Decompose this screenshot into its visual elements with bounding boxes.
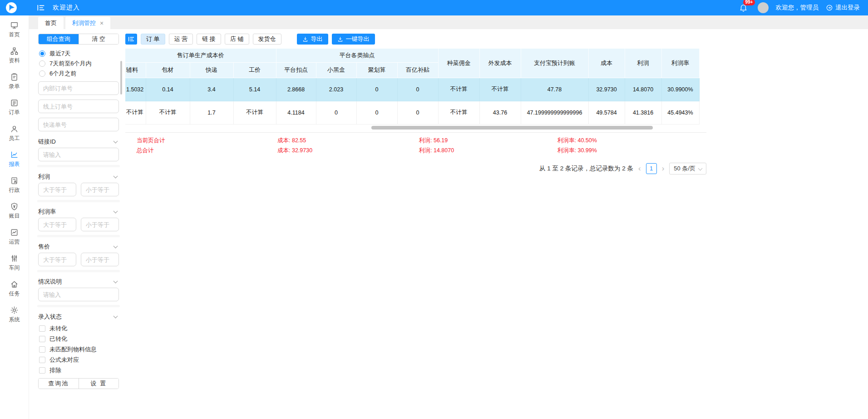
- clear-button[interactable]: 清 空: [79, 34, 119, 44]
- checkbox-excluded[interactable]: 排除: [39, 366, 119, 374]
- column-header-seeding-commission: 种菜佣金: [438, 49, 479, 78]
- price-max-input[interactable]: [81, 253, 119, 266]
- monitor-icon: [10, 21, 19, 30]
- sidebar-item-tasks[interactable]: 任务: [9, 280, 20, 297]
- profit-min-input[interactable]: [38, 183, 76, 196]
- sidebar-item-system[interactable]: 系统: [9, 306, 20, 323]
- cell[interactable]: 0: [397, 101, 438, 124]
- cell[interactable]: 不计算: [438, 78, 479, 101]
- table-row[interactable]: 1.5032 0.14 3.4 5.14 2.8668 2.023 0 0 不计…: [125, 78, 699, 101]
- export-button[interactable]: 导出: [297, 34, 328, 45]
- query-pool-button[interactable]: 查询池: [39, 379, 79, 389]
- tab-home[interactable]: 首页: [38, 17, 64, 29]
- profit-max-input[interactable]: [81, 183, 119, 196]
- settings-button[interactable]: 设 置: [79, 379, 119, 389]
- tracking-number-input[interactable]: [38, 118, 119, 131]
- cell[interactable]: 14.8070: [625, 78, 661, 101]
- section-note-header[interactable]: 情况说明: [38, 276, 119, 288]
- sidebar-item-orders[interactable]: 订单: [9, 99, 20, 115]
- sidebar-item-accounts[interactable]: 账目: [9, 202, 20, 219]
- radio-7d-to-6m[interactable]: 7天前至6个月内: [39, 60, 119, 68]
- cell[interactable]: 0: [397, 78, 438, 101]
- cell[interactable]: 不计算: [438, 101, 479, 124]
- profit-rate-min-input[interactable]: [38, 218, 76, 231]
- sidebar: 首页 资料 录单 订单 员工 报表 行政 账目: [0, 15, 29, 419]
- logout-button[interactable]: 退出登录: [826, 4, 860, 12]
- view-tab-warehouse[interactable]: 发货仓: [253, 34, 281, 45]
- price-min-input[interactable]: [38, 253, 76, 266]
- sidebar-item-data[interactable]: 资料: [9, 47, 20, 64]
- cell[interactable]: 47.199999999999996: [521, 101, 588, 124]
- sidebar-item-staff[interactable]: 员工: [9, 125, 20, 141]
- cell[interactable]: 0: [316, 101, 356, 124]
- radio-label: 最近7天: [49, 50, 70, 58]
- tab-profit-control[interactable]: 利润管控 ×: [65, 17, 110, 29]
- cell[interactable]: 2.023: [316, 78, 356, 101]
- page-number-button[interactable]: 1: [646, 163, 657, 174]
- section-profit-rate-header[interactable]: 利润率: [38, 206, 119, 218]
- cell[interactable]: 41.3816: [625, 101, 661, 124]
- notification-bell-icon[interactable]: 99+: [739, 4, 748, 12]
- export-all-button[interactable]: 一键导出: [332, 34, 375, 45]
- cell[interactable]: 不计算: [146, 101, 190, 124]
- sidebar-item-admin[interactable]: 行政: [9, 176, 20, 193]
- close-icon[interactable]: ×: [100, 20, 104, 26]
- app-logo-icon[interactable]: [5, 2, 17, 14]
- panel-collapse-button[interactable]: [125, 34, 137, 45]
- prev-page-icon[interactable]: ‹: [637, 165, 642, 172]
- scrollbar-thumb[interactable]: [371, 126, 653, 130]
- cell[interactable]: 43.76: [479, 101, 521, 124]
- cell[interactable]: 30.9900%: [661, 78, 699, 101]
- cell[interactable]: 0: [356, 78, 397, 101]
- view-tab-shops[interactable]: 店 铺: [225, 34, 249, 45]
- sidebar-item-operations[interactable]: 运营: [9, 228, 20, 245]
- sidebar-item-label: 报表: [9, 161, 20, 167]
- section-entry-status-header[interactable]: 录入状态: [38, 311, 119, 323]
- online-order-input[interactable]: [38, 100, 119, 113]
- checkbox-label: 未匹配到物料信息: [49, 345, 97, 354]
- cell[interactable]: 不计算: [479, 78, 521, 101]
- table-row[interactable]: 不计算 不计算 1.7 不计算 4.1184 0 0 0 不计算 43.76 4…: [125, 101, 699, 124]
- link-id-input[interactable]: [38, 148, 119, 161]
- view-tab-links[interactable]: 链 接: [197, 34, 221, 45]
- menu-fold-icon[interactable]: [36, 3, 45, 12]
- cell[interactable]: 不计算: [125, 101, 146, 124]
- avatar[interactable]: [758, 2, 769, 13]
- internal-order-input[interactable]: [38, 81, 119, 95]
- filter-scrollbar[interactable]: [120, 61, 122, 95]
- checkbox-formula-mismatch[interactable]: 公式未对应: [39, 356, 119, 364]
- cell[interactable]: 49.5784: [588, 101, 625, 124]
- checkbox-converted[interactable]: 已转化: [39, 335, 119, 343]
- cell[interactable]: 0: [356, 101, 397, 124]
- cell[interactable]: 47.78: [521, 78, 588, 101]
- section-price: 售价: [38, 241, 119, 266]
- cell[interactable]: 5.14: [233, 78, 276, 101]
- cell[interactable]: 1.5032: [125, 78, 146, 101]
- radio-before-6m[interactable]: 6个月之前: [39, 70, 119, 78]
- cell[interactable]: 32.9730: [588, 78, 625, 101]
- section-profit-header[interactable]: 利润: [38, 171, 119, 183]
- cell[interactable]: 2.8668: [276, 78, 316, 101]
- cell[interactable]: 4.1184: [276, 101, 316, 124]
- cell[interactable]: 0.14: [146, 78, 190, 101]
- section-price-header[interactable]: 售价: [38, 241, 119, 253]
- cell[interactable]: 1.7: [190, 101, 233, 124]
- section-link-id-header[interactable]: 链接ID: [38, 136, 119, 148]
- cell[interactable]: 3.4: [190, 78, 233, 101]
- sidebar-item-reports[interactable]: 报表: [9, 150, 20, 167]
- next-page-icon[interactable]: ›: [661, 165, 666, 172]
- checkbox-no-material-match[interactable]: 未匹配到物料信息: [39, 345, 119, 354]
- sidebar-item-entry[interactable]: 录单: [9, 73, 20, 90]
- profit-rate-max-input[interactable]: [81, 218, 119, 231]
- note-input[interactable]: [38, 288, 119, 301]
- cell[interactable]: 不计算: [233, 101, 276, 124]
- combined-query-button[interactable]: 组合查询: [39, 34, 79, 44]
- view-tab-orders[interactable]: 订 单: [141, 34, 165, 45]
- cell[interactable]: 45.4943%: [661, 101, 699, 124]
- page-size-select[interactable]: 50 条/页: [669, 163, 706, 175]
- checkbox-not-converted[interactable]: 未转化: [39, 324, 119, 333]
- sidebar-item-home[interactable]: 首页: [9, 21, 20, 38]
- sidebar-item-workshop[interactable]: 车间: [9, 254, 20, 271]
- radio-last-7-days[interactable]: 最近7天: [39, 50, 119, 58]
- view-tab-operations[interactable]: 运 营: [169, 34, 193, 45]
